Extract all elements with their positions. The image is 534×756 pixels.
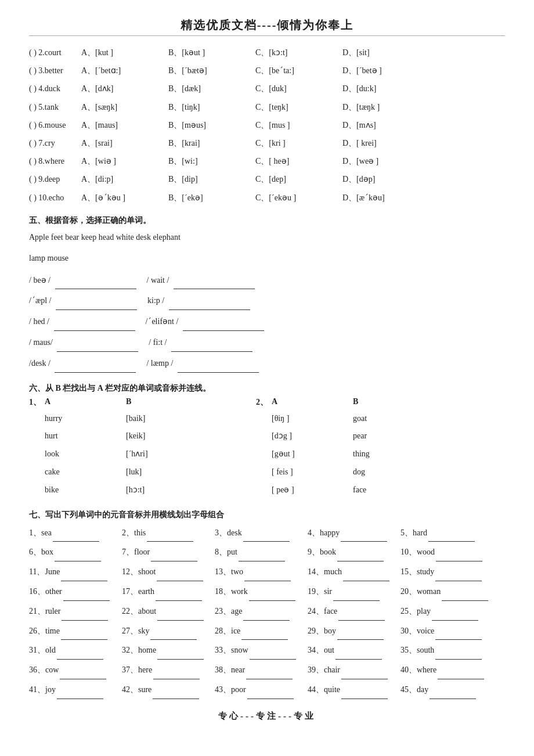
vowel-item: 24、face: [308, 602, 400, 621]
vowel-blank: [341, 661, 388, 679]
vowel-item: 14、much: [308, 563, 400, 581]
vowel-blank: [249, 582, 295, 601]
vowel-item: 32、home: [122, 641, 215, 660]
vowel-item: 23、age: [215, 602, 308, 621]
vowel-item: 17、earth: [122, 582, 215, 601]
section-4: ( ) 2.court A、[kut ] B、[kəut ] C、[kɔ:t] …: [29, 45, 505, 205]
phonics-row: ( ) 6.mouse A、[maus] B、[məus] C、[mus ] D…: [29, 118, 505, 132]
word-bank-1: Apple feet bear keep head white desk ele…: [29, 229, 505, 246]
vowel-row: 16、other 17、earth 18、work 19、sir 20、woma…: [29, 582, 505, 601]
vowel-item: 29、boy: [308, 622, 400, 640]
fill-row: / hed / /ˊelifənt /: [29, 312, 505, 331]
group1-colA: A hurry hurt look cake bike: [45, 397, 103, 499]
vowel-blank: [338, 602, 385, 621]
opt-c: C、[mus ]: [255, 118, 325, 132]
section6-header: 六、从 B 栏找出与 A 栏对应的单词或音标并连线。: [29, 383, 505, 394]
vowel-item: 28、ice: [215, 622, 308, 640]
vowel-item: 10、wood: [400, 543, 493, 561]
vowel-item: 39、chair: [308, 661, 400, 679]
fill-row: / beə / / wait /: [29, 271, 505, 290]
opt-a: A、[kut ]: [81, 45, 151, 60]
fill-row: /desk / / læmp /: [29, 354, 505, 373]
vowel-blank: [341, 681, 388, 699]
phonics-num: ( ) 6.mouse: [29, 118, 81, 132]
vowel-blank: [153, 681, 199, 699]
vowel-item: 15、study: [400, 563, 493, 581]
vowel-item: 42、sure: [122, 681, 215, 699]
opt-b: B、[´ekə]: [168, 190, 238, 205]
vowel-blank: [60, 661, 106, 679]
vowel-item: 16、other: [29, 582, 122, 601]
vowel-item: 36、cow: [29, 661, 122, 679]
vowel-blank: [157, 602, 204, 621]
phonics-row: ( ) 8.where A、[wiə ] B、[wi:] C、[ heə] D、…: [29, 154, 505, 168]
vowel-item: 20、woman: [400, 582, 493, 601]
vowel-blank: [442, 582, 488, 601]
group2-colA: A [θiŋ ] [dɔg ] [gəut ] [ feis ] [ peə ]: [272, 397, 330, 499]
opt-b: B、[´bætə]: [168, 63, 238, 78]
vowel-item: 12、shoot: [122, 563, 215, 581]
vowel-item: 25、play: [400, 602, 493, 621]
phonics-row: ( ) 3.better A、[´betɑ:] B、[´bætə] C、[beˊ…: [29, 63, 505, 78]
blank2: [174, 271, 255, 290]
opt-d: D、[sit]: [342, 45, 412, 60]
vowel-blank: [337, 543, 384, 561]
vowel-blank: [428, 524, 475, 542]
group1-num: 1、: [29, 397, 41, 408]
vowel-grid: 1、sea 2、this 3、desk 4、happy 5、hard 6、box…: [29, 524, 505, 699]
phonics-opts: A、[´betɑ:] B、[´bætə] C、[beˊta:] D、[´betə…: [81, 63, 412, 78]
vowel-item: 44、quite: [308, 681, 400, 699]
vowel-blank: [157, 563, 203, 581]
vowel-item: 13、two: [215, 563, 308, 581]
vowel-row: 1、sea 2、this 3、desk 4、happy 5、hard: [29, 524, 505, 542]
vowel-blank: [243, 524, 290, 542]
sep1: / læmp /: [146, 359, 173, 368]
vowel-item: 40、where: [400, 661, 493, 679]
opt-c: C、[kri ]: [255, 136, 325, 150]
vowel-item: 8、put: [215, 543, 308, 561]
phonics-num: ( ) 9.deep: [29, 172, 81, 186]
blank2: [171, 333, 252, 352]
vowel-item: 18、work: [215, 582, 308, 601]
vowel-item: 31、old: [29, 641, 122, 660]
vowel-item: 3、desk: [215, 524, 308, 542]
vowel-item: 2、this: [122, 524, 215, 542]
vowel-row: 41、joy 42、sure 43、poor 44、quite 45、day: [29, 681, 505, 699]
blank1: [57, 333, 138, 352]
phonics-row: ( ) 10.echo A、[əˊkəu ] B、[´ekə] C、[´ekəu…: [29, 190, 505, 205]
phonics-num: ( ) 3.better: [29, 63, 81, 78]
opt-d: D、[ krei]: [342, 136, 412, 150]
vowel-item: 6、box: [29, 543, 122, 561]
vowel-item: 43、poor: [215, 681, 308, 699]
section-6: 六、从 B 栏找出与 A 栏对应的单词或音标并连线。 1、 A hurry hu…: [29, 383, 505, 499]
vowel-blank: [57, 681, 103, 699]
sep1: /ˊelifənt /: [146, 317, 179, 326]
footer: 专心---专注---专业: [29, 711, 505, 722]
vowel-item: 21、ruler: [29, 602, 122, 621]
vowel-item: 33、snow: [215, 641, 308, 660]
vowel-item: 11、June: [29, 563, 122, 581]
phon1: / beə /: [29, 276, 50, 285]
vowel-item: 30、voice: [400, 622, 493, 640]
vowel-blank: [243, 602, 290, 621]
phonics-opts: A、[di:p] B、[dip] C、[dep] D、[dəp]: [81, 172, 412, 186]
phonics-num: ( ) 7.cry: [29, 136, 81, 150]
vowel-blank: [333, 582, 380, 601]
vowel-row: 31、old 32、home 33、snow 34、out 35、south: [29, 641, 505, 660]
opt-b: B、[tiŋk]: [168, 100, 238, 114]
vowel-blank: [147, 524, 193, 542]
opt-a: A、[di:p]: [81, 172, 151, 186]
phonics-opts: A、[dʌk] B、[dæk] C、[duk] D、[du:k]: [81, 81, 412, 96]
vowel-blank: [53, 524, 99, 542]
phonics-num: ( ) 10.echo: [29, 190, 81, 205]
vowel-blank: [436, 543, 482, 561]
vowel-blank: [61, 563, 107, 581]
vowel-item: 5、hard: [400, 524, 493, 542]
vowel-item: 27、sky: [122, 622, 215, 640]
phonics-row: ( ) 7.cry A、[srai] B、[krai] C、[kri ] D、[…: [29, 136, 505, 150]
phonics-row: ( ) 5.tank A、[sæŋk] B、[tiŋk] C、[teŋk] D、…: [29, 100, 505, 114]
section-7: 七、写出下列单词中的元音音标并用横线划出字母组合 1、sea 2、this 3、…: [29, 510, 505, 699]
opt-b: B、[krai]: [168, 136, 238, 150]
page-title: 精选优质文档----倾情为你奉上: [29, 17, 505, 33]
phonics-opts: A、[kut ] B、[kəut ] C、[kɔ:t] D、[sit]: [81, 45, 412, 60]
